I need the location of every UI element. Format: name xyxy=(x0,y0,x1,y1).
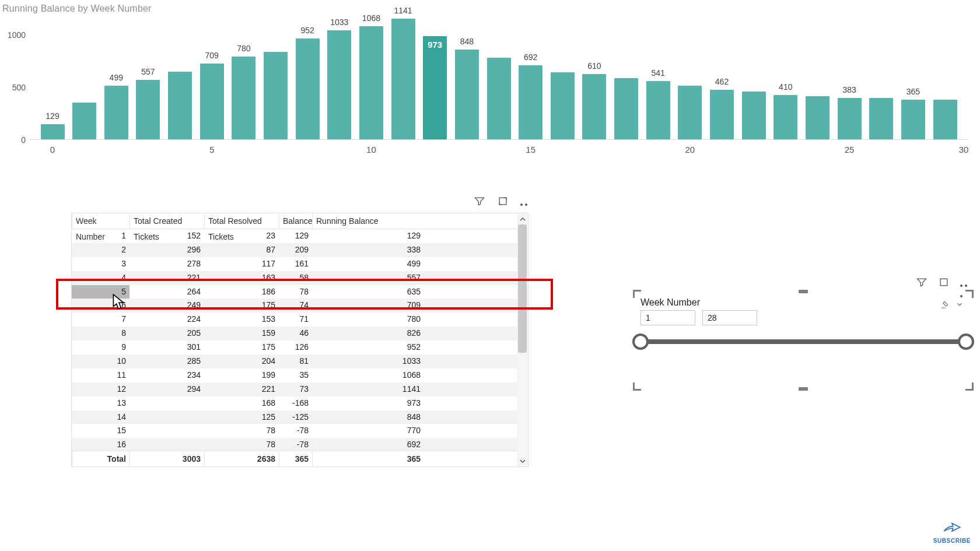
table-row[interactable]: 115223129129 xyxy=(72,229,517,243)
cell-running: 1141 xyxy=(312,382,424,396)
table-row[interactable]: 1678-78692 xyxy=(72,438,517,451)
bar-week-12[interactable]: 973 xyxy=(423,36,447,139)
x-tick: 20 xyxy=(685,145,695,155)
scroll-up-icon[interactable] xyxy=(517,213,528,224)
bar-week-13[interactable]: 848 xyxy=(455,50,479,139)
col-created[interactable]: Total Created Tickets xyxy=(130,213,204,229)
bar-week-27[interactable]: 365 xyxy=(901,100,925,139)
scroll-thumb[interactable] xyxy=(518,224,527,353)
filter-icon[interactable] xyxy=(916,276,928,290)
table-row[interactable]: 9301175126952 xyxy=(72,341,517,355)
col-balance[interactable]: Balance xyxy=(279,213,312,229)
bar-week-10[interactable]: 1068 xyxy=(359,26,383,139)
bar-week-5[interactable]: 709 xyxy=(200,64,224,139)
subscribe-label: SUBSCRIBE xyxy=(933,538,971,544)
scroll-down-icon[interactable] xyxy=(517,455,528,466)
cell-created xyxy=(130,410,204,424)
bar-week-3[interactable]: 557 xyxy=(136,80,160,139)
table-row[interactable]: 422116358557 xyxy=(72,271,517,285)
clear-selection-icon[interactable] xyxy=(940,300,950,309)
table-rows[interactable]: 1152231291292296872093383278117161499422… xyxy=(72,229,517,451)
bar-week-28[interactable] xyxy=(933,100,957,139)
cell-balance: 58 xyxy=(279,271,312,285)
slicer-handle-min[interactable] xyxy=(632,334,649,350)
y-tick: 0 xyxy=(21,135,26,145)
table-row[interactable]: 1578-78770 xyxy=(72,424,517,438)
bar-week-21[interactable]: 462 xyxy=(710,90,734,139)
slicer-visual-selected[interactable]: Week Number xyxy=(635,292,972,389)
selection-handle[interactable] xyxy=(799,387,808,391)
chart-running-balance[interactable]: Running Balance by Week Number 0 500 100… xyxy=(0,0,980,163)
cell-running: 499 xyxy=(312,257,424,271)
bar-label: 1033 xyxy=(330,17,348,27)
bar-week-23[interactable]: 410 xyxy=(774,95,797,139)
focus-mode-icon[interactable] xyxy=(497,195,509,209)
bar-week-9[interactable]: 1033 xyxy=(327,30,351,139)
bar-week-24[interactable] xyxy=(806,96,830,139)
cell-created: 296 xyxy=(130,243,204,257)
bar-week-25[interactable]: 383 xyxy=(838,98,862,139)
slicer-from-input[interactable] xyxy=(640,310,695,325)
slicer-track[interactable] xyxy=(640,341,966,343)
cell-balance: 78 xyxy=(279,285,312,299)
selection-handle[interactable] xyxy=(633,290,641,298)
col-resolved[interactable]: Total Resolved Tickets xyxy=(204,213,279,229)
bar-week-1[interactable] xyxy=(72,103,96,139)
table-row[interactable]: 3278117161499 xyxy=(72,257,517,271)
selection-handle[interactable] xyxy=(965,382,974,391)
table-row[interactable]: 624917574709 xyxy=(72,299,517,313)
bar-week-19[interactable]: 541 xyxy=(646,81,670,139)
table-row[interactable]: 526418678635 xyxy=(72,285,517,299)
x-tick: 5 xyxy=(209,145,214,155)
bar-week-7[interactable] xyxy=(264,52,288,139)
bar-week-17[interactable]: 610 xyxy=(582,74,606,139)
bar-week-15[interactable]: 692 xyxy=(519,65,542,139)
bar-label: 541 xyxy=(652,68,665,78)
cell-running: 770 xyxy=(312,424,424,438)
table-row[interactable]: 11234199351068 xyxy=(72,368,517,382)
bar-week-16[interactable] xyxy=(551,72,575,139)
filter-icon[interactable] xyxy=(474,195,485,209)
bar-week-14[interactable] xyxy=(487,58,511,139)
cell-created: 278 xyxy=(130,257,204,271)
col-running[interactable]: Running Balance xyxy=(312,213,424,229)
slicer-to-input[interactable] xyxy=(702,310,757,325)
total-created: 3003 xyxy=(130,451,204,467)
table-row[interactable]: 722415371780 xyxy=(72,313,517,327)
chart-plot-area[interactable]: 1294995577097809521033106811419738486926… xyxy=(29,17,968,140)
bar-week-26[interactable] xyxy=(869,98,893,139)
table-row[interactable]: 13168-168973 xyxy=(72,396,517,410)
cell-created: 264 xyxy=(130,285,204,299)
bar-week-20[interactable] xyxy=(678,86,702,139)
col-week[interactable]: Week Number xyxy=(72,213,130,229)
table-row[interactable]: 820515946826 xyxy=(72,327,517,341)
table-toolbar xyxy=(71,195,528,213)
cell-created xyxy=(130,396,204,410)
bar-week-4[interactable] xyxy=(168,72,192,139)
bar-label: 692 xyxy=(524,52,537,62)
table-row[interactable]: 10285204811033 xyxy=(72,355,517,368)
cell-created: 294 xyxy=(130,382,204,396)
selection-handle[interactable] xyxy=(799,290,808,293)
bar-week-2[interactable]: 499 xyxy=(104,86,128,139)
cell-week: 15 xyxy=(72,424,130,438)
cell-week: 5 xyxy=(72,285,130,299)
selection-handle[interactable] xyxy=(965,290,974,298)
chevron-down-icon[interactable] xyxy=(956,300,964,308)
cell-balance: -78 xyxy=(279,424,312,438)
bar-week-22[interactable] xyxy=(742,92,766,139)
bar-week-11[interactable]: 1141 xyxy=(391,19,415,139)
table-row[interactable]: 229687209338 xyxy=(72,243,517,257)
selection-handle[interactable] xyxy=(633,382,641,391)
slicer-handle-max[interactable] xyxy=(958,334,974,350)
cell-balance: 71 xyxy=(279,313,312,327)
table-row[interactable]: 14125-125848 xyxy=(72,410,517,424)
bar-week-6[interactable]: 780 xyxy=(232,57,256,139)
bar-week-18[interactable] xyxy=(614,78,638,139)
table-visual[interactable]: Week Number Total Created Tickets Total … xyxy=(71,195,528,471)
bar-week-8[interactable]: 952 xyxy=(296,38,320,139)
bar-week-0[interactable]: 129 xyxy=(41,124,65,139)
focus-mode-icon[interactable] xyxy=(938,276,950,290)
table-row[interactable]: 12294221731141 xyxy=(72,382,517,396)
table-scrollbar[interactable] xyxy=(517,213,528,466)
